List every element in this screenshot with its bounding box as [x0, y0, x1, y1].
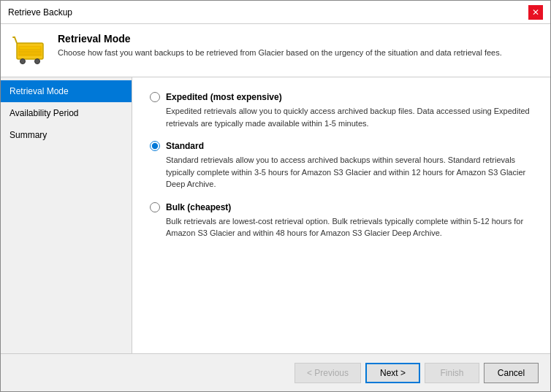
dialog-title: Retrieve Backup [8, 7, 72, 18]
standard-radio[interactable] [150, 141, 160, 151]
svg-point-2 [20, 59, 26, 64]
sidebar-item-availability-period[interactable]: Availability Period [1, 102, 132, 124]
svg-rect-4 [20, 47, 40, 49]
dialog: Retrieve Backup ✕ [0, 0, 551, 392]
title-bar: Retrieve Backup ✕ [1, 1, 550, 24]
standard-description: Standard retrievals allow you to access … [166, 154, 533, 191]
cart-icon [12, 33, 48, 68]
header-title: Retrieval Mode [58, 33, 502, 45]
expedited-label[interactable]: Expedited (most expensive) [150, 92, 533, 102]
sidebar-item-retrieval-mode[interactable]: Retrieval Mode [1, 80, 132, 102]
content-area: Retrieval Mode Availability Period Summa… [1, 77, 550, 353]
cancel-button[interactable]: Cancel [484, 363, 539, 383]
next-button[interactable]: Next > [365, 363, 420, 383]
sidebar: Retrieval Mode Availability Period Summa… [1, 77, 132, 353]
bulk-label[interactable]: Bulk (cheapest) [150, 202, 533, 212]
bulk-option: Bulk (cheapest) Bulk retrievals are lowe… [150, 202, 533, 239]
svg-point-3 [35, 59, 40, 64]
footer: < Previous Next > Finish Cancel [1, 353, 550, 391]
bulk-description: Bulk retrievals are lowest-cost retrieva… [166, 215, 533, 239]
close-button[interactable]: ✕ [528, 5, 543, 20]
previous-button[interactable]: < Previous [294, 363, 361, 383]
bulk-radio[interactable] [150, 202, 160, 212]
header-text: Retrieval Mode Choose how fast you want … [58, 33, 502, 58]
expedited-option: Expedited (most expensive) Expedited ret… [150, 92, 533, 129]
standard-label[interactable]: Standard [150, 141, 533, 151]
header-description: Choose how fast you want backups to be r… [58, 47, 502, 58]
sidebar-item-summary[interactable]: Summary [1, 124, 132, 146]
finish-button[interactable]: Finish [425, 363, 479, 383]
main-content: Expedited (most expensive) Expedited ret… [132, 77, 550, 353]
expedited-radio[interactable] [150, 92, 160, 102]
header-section: Retrieval Mode Choose how fast you want … [1, 24, 550, 77]
header-icon [12, 33, 48, 68]
expedited-description: Expedited retrievals allow you to quickl… [166, 105, 533, 129]
standard-option: Standard Standard retrievals allow you t… [150, 141, 533, 191]
